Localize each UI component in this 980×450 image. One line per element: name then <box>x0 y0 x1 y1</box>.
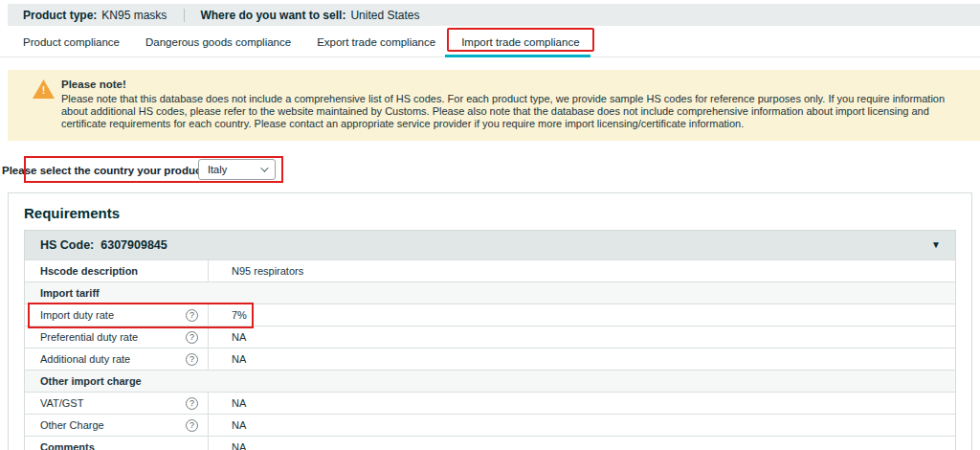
section-label: Import tariff <box>25 282 955 304</box>
hs-code-value: 6307909845 <box>100 238 167 252</box>
table-row-import-duty-rate: Import duty rate 7% <box>25 304 955 326</box>
table-section-row: Import tariff <box>25 281 955 304</box>
row-value: NA <box>209 326 955 348</box>
ship-from-row: Please select the country your products … <box>0 156 980 185</box>
notice-banner: Please note! Please note that this datab… <box>8 70 980 141</box>
help-icon[interactable] <box>186 419 198 432</box>
table-section-row: Other import charge <box>25 370 955 392</box>
tab-import-trade-compliance[interactable]: Import trade compliance <box>461 34 579 48</box>
table-row: Preferential duty rate NA <box>25 326 955 348</box>
row-value: NA <box>209 393 955 414</box>
help-icon[interactable] <box>186 309 198 322</box>
collapse-caret-icon[interactable]: ▼ <box>931 240 941 250</box>
ship-from-selected-value: Italy <box>208 164 227 175</box>
table-row: Additional duty rate NA <box>25 348 955 370</box>
help-icon[interactable] <box>186 397 198 410</box>
sell-destination-label: Where do you want to sell: <box>200 9 345 22</box>
active-tab-underline <box>445 55 590 57</box>
row-label: Other Charge <box>40 419 104 431</box>
help-icon[interactable] <box>186 353 198 366</box>
requirements-table: HS Code: 6307909845 ▼ Hscode description… <box>24 230 956 450</box>
sell-destination-value: United States <box>350 9 419 22</box>
product-type-label: Product type: <box>23 9 97 22</box>
tab-label: Import trade compliance <box>461 36 579 48</box>
row-label: Comments <box>40 441 95 450</box>
chevron-down-icon <box>260 164 268 171</box>
table-row: Hscode description N95 respirators <box>25 259 955 281</box>
row-label: VAT/GST <box>40 397 83 409</box>
help-icon[interactable] <box>186 331 198 344</box>
compliance-tabs: Product compliance Dangerous goods compl… <box>0 26 980 57</box>
table-row: VAT/GST NA <box>25 392 955 414</box>
requirements-heading: Requirements <box>24 205 956 221</box>
requirements-panel: Requirements HS Code: 6307909845 ▼ Hscod… <box>8 192 972 450</box>
hs-code-header[interactable]: HS Code: 6307909845 ▼ <box>25 231 955 259</box>
hs-code-label: HS Code: <box>40 238 94 252</box>
row-value: 7% <box>209 304 955 326</box>
row-value: NA <box>209 415 955 436</box>
warning-triangle-icon <box>33 79 55 99</box>
row-value: NA <box>209 437 955 450</box>
tab-product-compliance[interactable]: Product compliance <box>23 34 120 48</box>
row-label: Hscode description <box>40 265 138 277</box>
ship-from-select[interactable]: Italy <box>198 159 276 180</box>
notice-title: Please note! <box>61 79 961 91</box>
row-label: Preferential duty rate <box>40 331 138 343</box>
section-label: Other import charge <box>25 371 955 392</box>
product-type-value: KN95 masks <box>101 9 167 22</box>
table-row: Other Charge NA <box>25 414 955 436</box>
notice-body: Please note that this database does not … <box>61 93 961 130</box>
context-bar: Product type: KN95 masks Where do you wa… <box>8 4 980 26</box>
row-label: Additional duty rate <box>40 353 130 365</box>
tab-export-trade-compliance[interactable]: Export trade compliance <box>317 34 435 48</box>
row-value: N95 respirators <box>209 260 955 281</box>
row-value: NA <box>209 349 955 370</box>
vertical-divider <box>184 9 185 22</box>
row-label: Import duty rate <box>40 309 114 321</box>
tab-dangerous-goods-compliance[interactable]: Dangerous goods compliance <box>145 34 291 48</box>
table-row: Comments NA <box>25 436 955 450</box>
